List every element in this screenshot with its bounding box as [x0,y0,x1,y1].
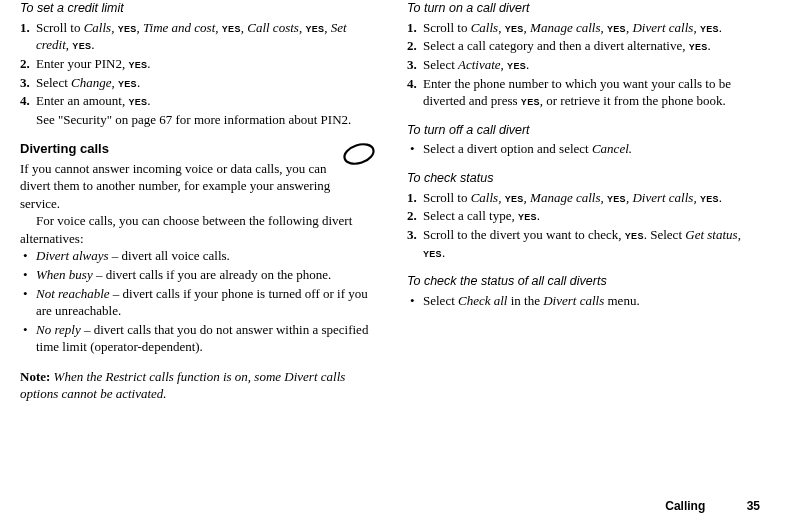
on-step-1: Scroll to Calls, YES, Manage calls, YES,… [407,19,766,37]
off-step: Select a divert option and select Cancel… [407,140,766,158]
steps-check-status: Scroll to Calls, YES, Manage calls, YES,… [407,189,766,261]
divert-intro: If you cannot answer incoming voice or d… [20,160,379,213]
alt-divert-always: Divert always – divert all voice calls. [20,247,379,265]
page-footer: Calling 35 [665,498,760,514]
heading-turn-off-divert: To turn off a call divert [407,122,766,139]
footer-section: Calling [665,499,705,513]
check-all-step: Select Check all in the Divert calls men… [407,292,766,310]
turn-off-list: Select a divert option and select Cancel… [407,140,766,158]
restrict-note: Note: When the Restrict calls function i… [20,368,379,403]
check-step-3: Scroll to the divert you want to check, … [407,226,766,261]
on-step-4: Enter the phone number to which you want… [407,75,766,110]
heading-set-credit: To set a credit limit [20,0,379,17]
heading-check-status: To check status [407,170,766,187]
heading-check-all: To check the status of all call diverts [407,273,766,290]
divert-alternatives: Divert always – divert all voice calls. … [20,247,379,355]
check-all-list: Select Check all in the Divert calls men… [407,292,766,310]
heading-diverting-calls: Diverting calls [20,140,379,158]
alt-not-reachable: Not reachable – divert calls if your pho… [20,285,379,320]
svg-point-0 [342,141,376,167]
steps-credit-limit: Scroll to Calls, YES, Time and cost, YES… [20,19,379,110]
step-2: Enter your PIN2, YES. [20,55,379,73]
divert-icon [339,140,379,170]
alt-when-busy: When busy – divert calls if you are alre… [20,266,379,284]
pin2-note: See "Security" on page 67 for more infor… [20,111,379,129]
steps-turn-on: Scroll to Calls, YES, Manage calls, YES,… [407,19,766,110]
on-step-3: Select Activate, YES. [407,56,766,74]
step-4: Enter an amount, YES. [20,92,379,110]
alt-no-reply: No reply – divert calls that you do not … [20,321,379,356]
on-step-2: Select a call category and then a divert… [407,37,766,55]
s1-text: Scroll to Calls, YES, Time and cost, YES… [36,20,347,53]
check-step-1: Scroll to Calls, YES, Manage calls, YES,… [407,189,766,207]
check-step-2: Select a call type, YES. [407,207,766,225]
footer-page: 35 [747,499,760,513]
heading-turn-on-divert: To turn on a call divert [407,0,766,17]
step-3: Select Change, YES. [20,74,379,92]
divert-alt-intro: For voice calls, you can choose between … [20,212,379,247]
step-1: Scroll to Calls, YES, Time and cost, YES… [20,19,379,54]
